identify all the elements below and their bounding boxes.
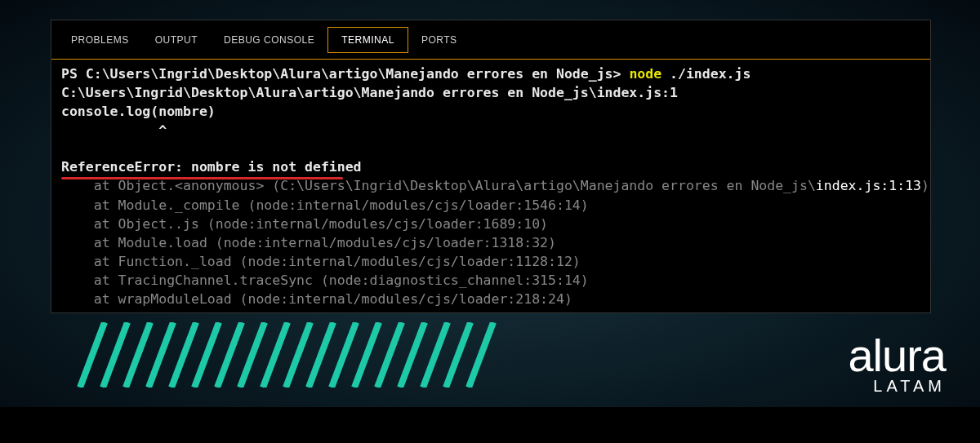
error-code-line: console.log(nombre) (61, 102, 920, 121)
svg-line-7 (240, 322, 265, 388)
svg-line-12 (354, 322, 379, 388)
svg-line-1 (103, 322, 127, 388)
svg-line-13 (377, 322, 402, 388)
svg-line-4 (172, 322, 196, 388)
svg-line-5 (194, 322, 219, 388)
error-caret: ^ (61, 121, 920, 140)
stack-frame-4: at Function._load (node:internal/modules… (61, 252, 920, 271)
brand-logo: alura LATAM (848, 333, 946, 396)
command-arg: ./index.js (662, 66, 751, 82)
bottom-bar (0, 407, 980, 443)
svg-line-8 (263, 322, 287, 388)
svg-line-0 (80, 322, 105, 388)
error-source-path: C:\Users\Ingrid\Desktop\Alura\artigo\Man… (61, 83, 920, 102)
tab-ports[interactable]: PORTS (408, 28, 470, 52)
stack-frame-2: at Object..js (node:internal/modules/cjs… (61, 215, 920, 233)
svg-line-9 (286, 322, 310, 388)
shell-prompt: PS C:\Users\Ingrid\Desktop\Alura\artigo\… (61, 66, 629, 82)
error-message: ReferenceError: nombre is not defined (61, 157, 362, 176)
tab-terminal[interactable]: TERMINAL (327, 27, 408, 53)
svg-line-11 (332, 322, 356, 388)
decorative-stripes (64, 322, 505, 388)
svg-line-10 (309, 322, 333, 388)
prompt-line: PS C:\Users\Ingrid\Desktop\Alura\artigo\… (61, 64, 920, 83)
stack-frame-5: at TracingChannel.traceSync (node:diagno… (61, 271, 920, 290)
svg-line-16 (446, 322, 470, 388)
svg-line-3 (149, 322, 173, 388)
logo-main-text: alura (848, 333, 946, 379)
svg-line-6 (217, 322, 242, 388)
stack-frame-6: at wrapModuleLoad (node:internal/modules… (61, 290, 920, 308)
terminal-window: PROBLEMS OUTPUT DEBUG CONSOLE TERMINAL P… (51, 20, 931, 313)
terminal-output[interactable]: PS C:\Users\Ingrid\Desktop\Alura\artigo\… (51, 60, 930, 313)
tab-output[interactable]: OUTPUT (142, 28, 211, 52)
stack-frame-1: at Module._compile (node:internal/module… (61, 196, 920, 215)
tab-debug-console[interactable]: DEBUG CONSOLE (211, 28, 327, 52)
panel-tabs: PROBLEMS OUTPUT DEBUG CONSOLE TERMINAL P… (51, 20, 930, 60)
svg-line-14 (400, 322, 425, 388)
svg-line-2 (126, 322, 150, 388)
command-node: node (629, 66, 662, 82)
svg-line-15 (423, 322, 448, 388)
tab-problems[interactable]: PROBLEMS (58, 28, 142, 52)
svg-line-17 (469, 322, 493, 388)
stack-frame-3: at Module.load (node:internal/modules/cj… (61, 233, 920, 252)
